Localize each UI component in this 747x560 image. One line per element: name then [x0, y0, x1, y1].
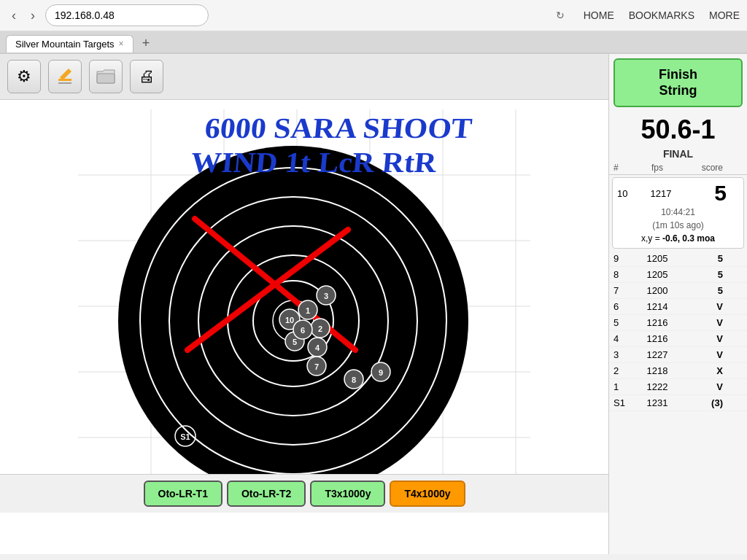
row-num: 9	[614, 253, 635, 264]
back-button[interactable]: ‹	[7, 7, 20, 25]
browser-nav-links: HOME BOOKMARKS MORE	[584, 9, 740, 21]
row-num: 8	[614, 269, 635, 280]
row-fps: 1205	[635, 253, 679, 264]
row-num: 5	[614, 317, 635, 328]
row-num: 7	[614, 285, 635, 296]
settings-button[interactable]: ⚙	[7, 60, 41, 93]
row-score: V	[679, 349, 723, 360]
print-button[interactable]: 🖨	[130, 60, 163, 93]
address-bar[interactable]	[45, 4, 209, 26]
tab-close-button[interactable]: ×	[119, 39, 124, 49]
row-score: 5	[679, 253, 723, 264]
score-row: 7 1200 5	[609, 283, 747, 299]
svg-text:9: 9	[379, 368, 383, 377]
score-table-header: # fps score	[609, 161, 747, 175]
tab-oto-lr-t2[interactable]: Oto-LR-T2	[227, 481, 306, 507]
row-score: X	[679, 365, 723, 376]
bottom-tabs: Oto-LR-T1 Oto-LR-T2 T3x1000y T4x1000y	[0, 474, 608, 513]
refresh-button[interactable]: ↻	[556, 9, 565, 21]
row-fps: 1222	[635, 381, 679, 392]
row-num: 6	[614, 301, 635, 312]
browser-toolbar: ‹ › ↻ HOME BOOKMARKS MORE	[0, 0, 747, 31]
browser-chrome: ‹ › ↻ HOME BOOKMARKS MORE Silver Mountai…	[0, 0, 747, 54]
target-area: ⚙ 🖨 6000 SARA SHOOT WIND 1t LcR RtR	[0, 54, 608, 554]
top-row-score: 5	[683, 181, 727, 206]
row-score: V	[679, 301, 723, 312]
home-link[interactable]: HOME	[584, 9, 614, 21]
svg-marker-1	[60, 69, 71, 80]
svg-text:5: 5	[293, 338, 297, 346]
active-tab[interactable]: Silver Mountain Targets ×	[6, 35, 133, 52]
shot-timestamp: 10:44:21	[617, 206, 739, 219]
row-score: 5	[679, 285, 723, 296]
row-fps: 1216	[635, 333, 679, 344]
row-num: 4	[614, 333, 635, 344]
total-score: 50.6-1	[609, 112, 747, 148]
tab-title: Silver Mountain Targets	[15, 39, 115, 50]
svg-rect-3	[97, 74, 115, 83]
svg-text:1: 1	[306, 306, 310, 315]
score-row: 2 1218 X	[609, 363, 747, 379]
svg-text:10: 10	[285, 316, 294, 324]
final-label: FINAL	[609, 148, 747, 161]
row-num: 2	[614, 365, 635, 376]
tab-bar: Silver Mountain Targets × +	[0, 31, 747, 53]
main-content: ⚙ 🖨 6000 SARA SHOOT WIND 1t LcR RtR	[0, 54, 747, 554]
shot-ago: (1m 10s ago)	[617, 219, 739, 232]
new-tab-button[interactable]: +	[136, 34, 156, 52]
address-container: ↻	[45, 4, 570, 26]
row-score: 5	[679, 269, 723, 280]
svg-text:2: 2	[318, 324, 322, 333]
col-hash-label: #	[614, 163, 635, 173]
tab-oto-lr-t1[interactable]: Oto-LR-T1	[144, 481, 222, 507]
row-score: V	[679, 333, 723, 344]
row-score: V	[679, 381, 723, 392]
bookmarks-link[interactable]: BOOKMARKS	[629, 9, 694, 21]
forward-button[interactable]: ›	[26, 7, 39, 25]
row-fps: 1205	[635, 269, 679, 280]
svg-text:8: 8	[352, 376, 356, 384]
svg-text:4: 4	[315, 343, 320, 352]
score-panel: FinishString 50.6-1 FINAL # fps score 10…	[608, 54, 747, 554]
row-num: 1	[614, 381, 635, 392]
finish-string-button[interactable]: FinishString	[614, 58, 743, 107]
svg-rect-0	[58, 79, 71, 81]
row-num: 3	[614, 349, 635, 360]
svg-text:6: 6	[301, 326, 305, 335]
row-fps: 1231	[635, 397, 679, 408]
tab-t4x1000y[interactable]: T4x1000y	[390, 481, 465, 507]
app-toolbar: ⚙ 🖨	[0, 54, 608, 100]
row-fps: 1200	[635, 285, 679, 296]
score-row: 5 1216 V	[609, 315, 747, 331]
row-fps: 1216	[635, 317, 679, 328]
edit-button[interactable]	[48, 60, 82, 93]
score-row: 9 1205 5	[609, 251, 747, 267]
tab-t3x1000y[interactable]: T3x1000y	[310, 481, 385, 507]
folder-button[interactable]	[89, 60, 123, 93]
moa-number: -0.6, 0.3 moa	[662, 233, 715, 244]
svg-text:3: 3	[324, 292, 328, 300]
row-score: (3)	[679, 397, 723, 408]
moa-value: x,y = -0.6, 0.3 moa	[617, 232, 739, 245]
score-row: 8 1205 5	[609, 267, 747, 283]
row-fps: 1227	[635, 349, 679, 360]
col-score-label: score	[679, 163, 723, 173]
col-fps-label: fps	[635, 163, 679, 173]
more-link[interactable]: MORE	[709, 9, 740, 21]
row-fps: 1218	[635, 365, 679, 376]
row-fps: 1214	[635, 301, 679, 312]
score-row: 1 1222 V	[609, 379, 747, 395]
score-row: 3 1227 V	[609, 347, 747, 363]
top-score-row: 10 1217 5 10:44:21 (1m 10s ago) x,y = -0…	[612, 177, 744, 249]
score-row: S1 1231 (3)	[609, 395, 747, 411]
svg-text:7: 7	[314, 362, 319, 371]
score-row: 6 1214 V	[609, 299, 747, 315]
top-row-fps: 1217	[639, 188, 683, 199]
score-rows-container: 9 1205 5 8 1205 5 7 1200 5 6 1214 V 5 12…	[609, 251, 747, 411]
score-row: 4 1216 V	[609, 331, 747, 347]
row-num: S1	[614, 397, 635, 408]
svg-text:S1: S1	[180, 432, 190, 441]
row-score: V	[679, 317, 723, 328]
target-canvas-container: 6000 SARA SHOOT WIND 1t LcR RtR	[0, 100, 608, 513]
top-row-num: 10	[617, 188, 639, 199]
